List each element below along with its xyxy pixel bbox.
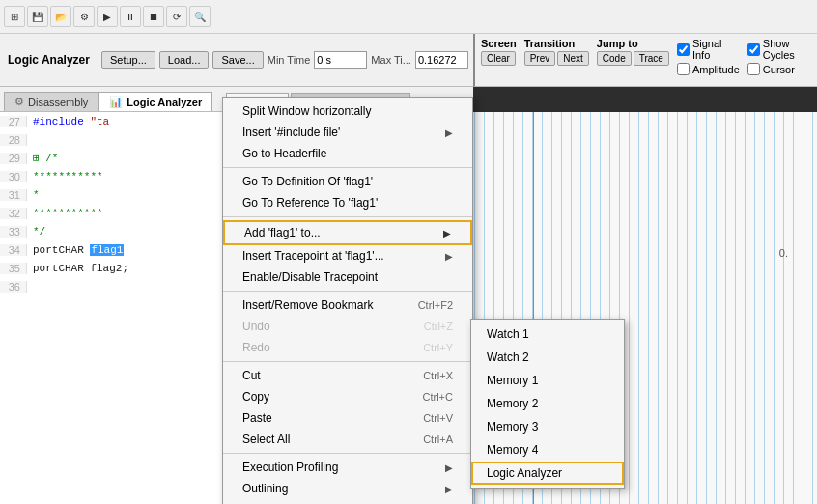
screen-btns: Clear	[481, 51, 517, 66]
ctx-insert-include[interactable]: Insert '#include file' ▶	[223, 122, 472, 143]
show-cycles-label: Show Cycles	[763, 38, 811, 61]
ctx-copy-label: Copy	[242, 390, 269, 404]
submenu-memory1[interactable]: Memory 1	[471, 369, 624, 392]
toolbar-btn-4[interactable]: ⚙	[73, 6, 95, 27]
submenu: Watch 1 Watch 2 Memory 1 Memory 2 Memory…	[470, 319, 625, 489]
code-line-27: 27 #include "ta	[0, 112, 222, 130]
line-num-36: 36	[0, 281, 27, 293]
show-cycles-checkbox[interactable]	[747, 43, 760, 56]
ctx-insert-tracepoint-arrow: ▶	[445, 251, 453, 262]
load-button[interactable]: Load...	[159, 51, 210, 69]
toolbar-btn-9[interactable]: 🔍	[189, 6, 211, 27]
line-num-31: 31	[0, 189, 27, 201]
signal-info-row: Signal Info	[677, 38, 740, 61]
ctx-enable-tracepoint[interactable]: Enable/Disable Tracepoint	[223, 266, 472, 288]
toolbar-btn-2[interactable]: 💾	[27, 6, 48, 27]
cursor-checkbox[interactable]	[747, 63, 760, 75]
submenu-watch2[interactable]: Watch 2	[471, 346, 624, 369]
code-button[interactable]: Code	[597, 51, 632, 66]
clear-button[interactable]: Clear	[481, 51, 516, 66]
toolbar-btn-3[interactable]: 📂	[50, 6, 71, 27]
line-content-29: ⊞ /*	[27, 152, 58, 164]
submenu-memory4-label: Memory 4	[487, 443, 538, 457]
transition-group: Transition Prev Next	[524, 38, 589, 66]
ctx-redo[interactable]: Redo Ctrl+Y	[223, 337, 472, 358]
submenu-logic-analyzer[interactable]: Logic Analyzer	[471, 462, 624, 485]
submenu-watch1-label: Watch 1	[487, 327, 529, 341]
ctx-outlining-label: Outlining	[242, 482, 288, 495]
submenu-memory2[interactable]: Memory 2	[471, 392, 624, 415]
ctx-insert-bookmark[interactable]: Insert/Remove Bookmark Ctrl+F2	[223, 294, 472, 316]
ctx-sep-4	[223, 361, 472, 362]
code-line-31: 31 *	[0, 185, 222, 204]
wave-time-right: 0.	[779, 247, 788, 259]
line-content-31: *	[27, 189, 40, 201]
la-right-header: Screen Clear Transition Prev Next Jump t…	[473, 34, 817, 87]
toolbar-btn-6[interactable]: ⏸	[120, 6, 141, 27]
toolbar-btn-5[interactable]: ▶	[97, 6, 118, 27]
next-button[interactable]: Next	[557, 51, 589, 66]
prev-button[interactable]: Prev	[524, 51, 556, 66]
signal-info-checkbox[interactable]	[677, 43, 690, 56]
tab-disassembly[interactable]: ⚙ Disassembly	[4, 92, 99, 111]
submenu-memory3[interactable]: Memory 3	[471, 415, 624, 438]
screen-group: Screen Clear	[481, 38, 517, 66]
ctx-outlining[interactable]: Outlining ▶	[223, 478, 472, 499]
toolbar-btn-1[interactable]: ⊞	[4, 6, 25, 27]
ctx-insert-include-label: Insert '#include file'	[242, 126, 340, 139]
submenu-logic-analyzer-label: Logic Analyzer	[487, 466, 562, 480]
cursor-label: Cursor	[763, 64, 795, 75]
tab-logic-analyzer-label: Logic Analyzer	[127, 97, 202, 108]
ctx-undo[interactable]: Undo Ctrl+Z	[223, 316, 472, 337]
ctx-select-all[interactable]: Select All Ctrl+A	[223, 429, 472, 450]
code-line-34: 34 portCHAR flag1	[0, 240, 222, 259]
tab-disassembly-label: Disassembly	[28, 97, 88, 108]
ctx-paste-shortcut: Ctrl+V	[423, 412, 453, 424]
ctx-select-all-shortcut: Ctrl+A	[423, 434, 453, 445]
submenu-memory4[interactable]: Memory 4	[471, 438, 624, 462]
ctx-insert-bookmark-shortcut: Ctrl+F2	[418, 299, 453, 311]
max-time-input[interactable]	[415, 51, 468, 69]
ctx-insert-bookmark-label: Insert/Remove Bookmark	[242, 298, 373, 312]
code-line-35: 35 portCHAR flag2;	[0, 259, 222, 277]
ctx-split-h[interactable]: Split Window horizontally	[223, 100, 472, 122]
ctx-add-flag1[interactable]: Add 'flag1' to... ▶	[223, 220, 472, 245]
toolbar-btn-7[interactable]: ⏹	[143, 6, 164, 27]
tab-logic-analyzer[interactable]: 📊 Logic Analyzer	[99, 92, 212, 111]
toolbar-btn-8[interactable]: ⟳	[166, 6, 187, 27]
ctx-advanced[interactable]: Advanced ▶	[223, 499, 472, 504]
ctx-go-definition[interactable]: Go To Definition Of 'flag1'	[223, 171, 472, 192]
min-time-input[interactable]	[314, 51, 367, 69]
ctx-copy[interactable]: Copy Ctrl+C	[223, 386, 472, 407]
line-content-30: ***********	[27, 171, 103, 182]
ctx-exec-profiling-label: Execution Profiling	[242, 461, 338, 474]
ctx-exec-profiling-arrow: ▶	[445, 462, 453, 473]
signal-info-label: Signal Info	[692, 38, 740, 61]
ctx-go-header-label: Go to Headerfile	[242, 147, 326, 160]
min-time-group: Min Time	[268, 51, 368, 69]
save-button[interactable]: Save...	[212, 51, 263, 69]
line-num-30: 30	[0, 171, 27, 182]
screen-label: Screen	[481, 38, 517, 49]
ctx-paste[interactable]: Paste Ctrl+V	[223, 407, 472, 429]
amplitude-checkbox[interactable]	[677, 63, 690, 75]
code-line-29: 29 ⊞ /*	[0, 149, 222, 167]
ctx-insert-tracepoint[interactable]: Insert Tracepoint at 'flag1'... ▶	[223, 245, 472, 266]
ctx-sep-1	[223, 167, 472, 168]
min-time-label: Min Time	[268, 54, 311, 66]
ctx-cut[interactable]: Cut Ctrl+X	[223, 365, 472, 386]
trace-button[interactable]: Trace	[634, 51, 669, 66]
ctx-cut-shortcut: Ctrl+X	[423, 370, 453, 381]
ctx-go-header[interactable]: Go to Headerfile	[223, 143, 472, 164]
line-content-34: portCHAR flag1	[27, 244, 124, 256]
ctx-go-reference[interactable]: Go To Reference To 'flag1'	[223, 192, 472, 213]
line-content-33: */	[27, 226, 45, 238]
line-num-33: 33	[0, 226, 27, 238]
submenu-memory1-label: Memory 1	[487, 374, 538, 387]
ctx-sep-2	[223, 216, 472, 217]
ctx-cut-label: Cut	[242, 369, 261, 382]
setup-button[interactable]: Setup...	[101, 51, 155, 69]
ctx-sep-3	[223, 291, 472, 292]
ctx-exec-profiling[interactable]: Execution Profiling ▶	[223, 457, 472, 478]
submenu-watch1[interactable]: Watch 1	[471, 322, 624, 346]
